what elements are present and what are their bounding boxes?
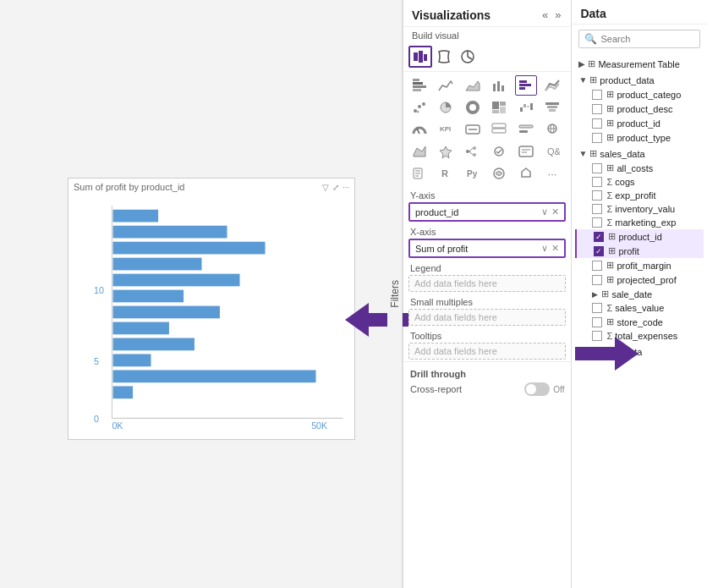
x-axis-remove[interactable]: ✕ — [551, 243, 559, 254]
measurement-table-label: Measurement Table — [598, 59, 679, 69]
x-axis-input[interactable]: Sum of profit ∨ ✕ — [408, 239, 566, 258]
collapse-left-btn[interactable]: « — [540, 7, 550, 23]
icon-qa[interactable]: Q&A — [541, 141, 563, 162]
icon-python-visual[interactable]: Py — [462, 163, 484, 184]
y-axis-remove[interactable]: ✕ — [551, 206, 559, 217]
checkbox-profit-checked[interactable] — [594, 246, 604, 256]
chart-title-bar: Sum of profit by product_id ▽ ⤢ ··· — [69, 179, 354, 194]
expand-icon[interactable]: ⤢ — [332, 183, 339, 192]
y-axis-value: product_id — [415, 207, 458, 217]
more-options-icon[interactable]: ··· — [343, 183, 349, 192]
icon-donut[interactable] — [462, 97, 484, 118]
checkbox-product-desc[interactable] — [592, 104, 602, 114]
tree-group-product-header[interactable]: ▼ ⊞ product_data — [575, 73, 704, 87]
icon-multirow-card[interactable] — [488, 119, 510, 140]
arrow-head — [345, 303, 369, 337]
tree-item[interactable]: ⊞ store_code — [575, 315, 704, 329]
icon-treemap[interactable] — [488, 97, 510, 118]
icon-stacked-bar[interactable] — [408, 75, 430, 96]
tree-item[interactable]: ⊞ product_desc — [575, 102, 704, 116]
icon-arcgis[interactable] — [488, 163, 510, 184]
tree-item[interactable]: ⊞ product_id — [575, 116, 704, 130]
tree-group-sales-header[interactable]: ▼ ⊞ sales_data — [575, 146, 704, 161]
icon-bar-chart[interactable] — [515, 75, 537, 96]
tree-item[interactable]: ⊞ projected_prof — [575, 272, 704, 287]
svg-text:Q&A: Q&A — [547, 146, 560, 157]
icon-scatter[interactable] — [408, 97, 430, 118]
icon-more-visuals[interactable]: ··· — [541, 163, 563, 184]
checkbox-inventory[interactable] — [592, 204, 602, 214]
svg-rect-34 — [519, 87, 525, 90]
tree-item[interactable]: ⊞ product_type — [575, 130, 704, 145]
icon-decomp-tree[interactable] — [462, 141, 484, 162]
checkbox-exp-profit[interactable] — [592, 190, 602, 201]
icon-paginated[interactable] — [408, 163, 430, 184]
search-input[interactable] — [600, 34, 694, 44]
projected-label: projected_prof — [617, 275, 676, 285]
svg-point-37 — [422, 102, 425, 106]
product-data-label: product_data — [600, 75, 654, 85]
icon-pie[interactable] — [435, 97, 457, 118]
icon-map[interactable] — [541, 119, 563, 140]
icon-key-influencers[interactable] — [488, 141, 510, 162]
icon-slicer[interactable] — [515, 119, 537, 140]
tree-item[interactable]: Σ marketing_exp — [575, 216, 704, 229]
field-icon: ⊞ — [606, 316, 614, 327]
icon-kpi[interactable]: KPI — [435, 119, 457, 140]
svg-rect-9 — [113, 242, 266, 255]
checkbox-all-costs[interactable] — [592, 163, 602, 173]
icon-funnel[interactable] — [541, 97, 563, 118]
icon-custom1[interactable] — [515, 163, 537, 184]
icon-gauge[interactable] — [408, 119, 430, 140]
filter-icon[interactable]: ▽ — [322, 183, 329, 192]
icon-area-chart[interactable] — [462, 75, 484, 96]
icon-column-chart[interactable] — [488, 75, 510, 96]
icon-waterfall[interactable] — [515, 97, 537, 118]
tree-item[interactable]: ⊞ profit_margin — [575, 258, 704, 272]
tree-group-measurement-header[interactable]: ▶ ⊞ Measurement Table — [575, 57, 704, 71]
checkbox-marketing[interactable] — [592, 217, 602, 228]
tooltips-placeholder[interactable]: Add data fields here — [408, 343, 566, 360]
tree-item[interactable]: Σ inventory_valu — [575, 202, 704, 216]
tree-item[interactable]: ⊞ product_catego — [575, 87, 704, 102]
icon-r-visual[interactable]: R — [435, 163, 457, 184]
viz-type-format-btn[interactable] — [432, 46, 456, 68]
checkbox-product-id-pd[interactable] — [592, 118, 602, 129]
viz-type-analytics-btn[interactable] — [456, 46, 480, 68]
icon-line-chart[interactable] — [435, 75, 457, 96]
small-multiples-placeholder[interactable]: Add data fields here — [408, 309, 566, 326]
tree-item[interactable]: Σ cogs — [575, 175, 704, 189]
checkbox-product-catego[interactable] — [592, 90, 602, 100]
cross-report-toggle[interactable] — [524, 382, 550, 396]
collapse-right-btn[interactable]: » — [553, 7, 562, 23]
checkbox-store-code[interactable] — [592, 317, 602, 327]
icon-filled-map[interactable] — [408, 141, 430, 162]
icon-smart-narrative[interactable] — [515, 141, 537, 162]
checkbox-product-type[interactable] — [592, 133, 602, 143]
svg-rect-17 — [113, 370, 316, 382]
icon-ribbon-chart[interactable] — [541, 75, 563, 96]
svg-rect-47 — [523, 104, 526, 107]
checkbox-sales-value[interactable] — [592, 303, 602, 313]
tree-item-sale-date[interactable]: ▶ ⊞ sale_date — [575, 287, 704, 301]
checkbox-cogs[interactable] — [592, 177, 602, 187]
search-box[interactable]: 🔍 — [578, 30, 700, 48]
x-axis-chevron[interactable]: ∨ — [541, 243, 548, 254]
tree-item[interactable]: Σ sales_value — [575, 301, 704, 315]
icon-card[interactable] — [462, 119, 484, 140]
tree-item[interactable]: ⊞ all_costs — [575, 161, 704, 175]
viz-panel-header: Visualizations « » — [403, 0, 571, 27]
y-axis-chevron[interactable]: ∨ — [541, 206, 548, 217]
checkbox-profit-margin[interactable] — [592, 261, 602, 271]
checkbox-projected[interactable] — [592, 275, 602, 285]
icon-azure-map[interactable] — [435, 141, 457, 162]
legend-placeholder[interactable]: Add data fields here — [408, 275, 566, 292]
svg-rect-49 — [530, 103, 533, 110]
svg-rect-59 — [519, 125, 533, 128]
tree-item[interactable]: Σ exp_profit — [575, 189, 704, 202]
checkbox-product-id-checked[interactable] — [594, 232, 604, 242]
y-axis-input[interactable]: product_id ∨ ✕ — [408, 202, 566, 222]
tree-item-profit-highlighted[interactable]: ⊞ profit — [575, 244, 704, 258]
viz-type-build-btn[interactable] — [408, 46, 432, 68]
tree-item-product-id-highlighted[interactable]: ⊞ product_id — [575, 229, 704, 244]
